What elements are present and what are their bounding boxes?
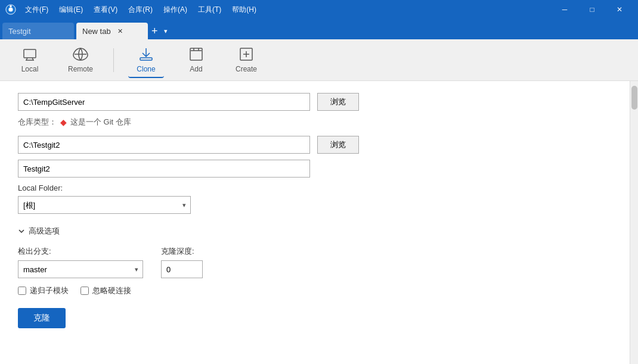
toolbar-divider: [113, 48, 114, 72]
svg-rect-3: [24, 49, 36, 58]
recurse-submodules-input[interactable]: [18, 287, 26, 295]
tab-newtab[interactable]: New tab ✕: [76, 23, 148, 39]
tab-add-button[interactable]: +: [148, 23, 162, 39]
menu-edit[interactable]: 编辑(E): [54, 4, 88, 16]
toolbar-create-label: Create: [236, 65, 257, 73]
toolbar: Local Remote Clone Add: [0, 39, 638, 81]
menu-action[interactable]: 操作(A): [159, 4, 192, 16]
checkout-branch-group: 检出分支: master ▾: [18, 246, 143, 278]
app-icon: [5, 4, 17, 15]
tab-dropdown-button[interactable]: ▾: [162, 23, 170, 39]
clone-depth-group: 克隆深度:: [161, 246, 203, 278]
toolbar-local-label: Local: [21, 65, 39, 73]
repo-type-label: 仓库类型：: [18, 117, 57, 127]
menu-bar: 文件(F) 编辑(E) 查看(V) 合库(R) 操作(A) 工具(T) 帮助(H…: [20, 4, 261, 16]
tab-close-button[interactable]: ✕: [116, 26, 125, 36]
source-path-row: 浏览: [18, 93, 612, 111]
local-folder-wrapper: [根] ▾: [18, 196, 191, 214]
recurse-submodules-checkbox[interactable]: 递归子模块: [18, 285, 69, 296]
clone-depth-label: 克隆深度:: [161, 246, 203, 257]
ignore-hardlinks-label: 忽略硬连接: [92, 285, 131, 296]
advanced-label: 高级选项: [29, 226, 60, 237]
clone-button[interactable]: 克隆: [18, 308, 66, 328]
maximize-button[interactable]: □: [578, 0, 606, 19]
name-input[interactable]: [18, 160, 310, 178]
tab-bar: Testgit New tab ✕ + ▾: [0, 19, 638, 39]
repo-type-value: 这是一个 Git 仓库: [70, 117, 131, 127]
toolbar-clone[interactable]: Clone: [128, 42, 164, 78]
branch-select-wrapper: master ▾: [18, 260, 143, 278]
scrollbar-track[interactable]: [630, 81, 638, 364]
recurse-submodules-label: 递归子模块: [30, 285, 69, 296]
ignore-hardlinks-checkbox[interactable]: 忽略硬连接: [80, 285, 131, 296]
local-folder-label: Local Folder:: [18, 183, 612, 192]
toolbar-create[interactable]: Create: [228, 42, 264, 78]
minimize-button[interactable]: ─: [551, 0, 578, 19]
svg-point-1: [8, 7, 13, 11]
clone-depth-input[interactable]: [161, 260, 203, 278]
window-controls: ─ □ ✕: [551, 0, 633, 19]
advanced-toggle[interactable]: 高级选项: [18, 226, 612, 237]
checkbox-row: 递归子模块 忽略硬连接: [18, 285, 612, 296]
menu-file[interactable]: 文件(F): [20, 4, 53, 16]
menu-help[interactable]: 帮助(H): [227, 4, 261, 16]
ignore-hardlinks-input[interactable]: [80, 287, 89, 295]
svg-rect-9: [190, 48, 202, 60]
menu-tools[interactable]: 工具(T): [193, 4, 226, 16]
checkout-branch-label: 检出分支:: [18, 246, 143, 257]
tab-testgit[interactable]: Testgit: [2, 23, 74, 39]
repo-type-row: 仓库类型： ◆ 这是一个 Git 仓库: [18, 117, 612, 127]
toolbar-remote[interactable]: Remote: [62, 42, 99, 78]
tab-newtab-label: New tab: [82, 27, 111, 36]
toolbar-clone-label: Clone: [137, 65, 155, 73]
svg-point-2: [10, 5, 12, 8]
content-wrapper: 浏览 仓库类型： ◆ 这是一个 Git 仓库 浏览 Local Folder: …: [0, 81, 638, 364]
name-row: [18, 160, 612, 178]
svg-rect-8: [140, 58, 152, 60]
advanced-section: 检出分支: master ▾ 克隆深度: 递归子模块: [18, 246, 612, 296]
source-path-input[interactable]: [18, 93, 310, 111]
dest-path-input[interactable]: [18, 136, 310, 154]
dest-browse-button[interactable]: 浏览: [317, 136, 359, 154]
toolbar-local[interactable]: Local: [12, 42, 48, 78]
local-folder-select[interactable]: [根]: [18, 196, 191, 214]
close-button[interactable]: ✕: [606, 0, 633, 19]
main-content: 浏览 仓库类型： ◆ 这是一个 Git 仓库 浏览 Local Folder: …: [0, 81, 630, 364]
dest-path-row: 浏览: [18, 136, 612, 154]
menu-repo[interactable]: 合库(R): [123, 4, 157, 16]
advanced-row: 检出分支: master ▾ 克隆深度:: [18, 246, 612, 278]
menu-view[interactable]: 查看(V): [89, 4, 122, 16]
source-browse-button[interactable]: 浏览: [317, 93, 359, 111]
scrollbar-thumb[interactable]: [631, 86, 637, 110]
toolbar-add[interactable]: Add: [178, 42, 214, 78]
toolbar-remote-label: Remote: [68, 65, 93, 73]
toolbar-add-label: Add: [190, 65, 202, 73]
checkout-branch-select[interactable]: master: [18, 260, 143, 278]
title-bar: 文件(F) 编辑(E) 查看(V) 合库(R) 操作(A) 工具(T) 帮助(H…: [0, 0, 638, 19]
tab-testgit-label: Testgit: [8, 27, 31, 36]
diamond-icon: ◆: [60, 117, 67, 127]
